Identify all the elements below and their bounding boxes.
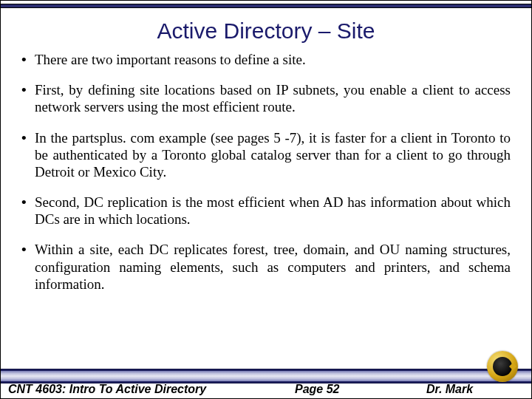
- bullet-text: In the partsplus. com example (see pages…: [35, 129, 511, 181]
- bullet-text: Second, DC replication is the most effic…: [35, 194, 511, 228]
- pegasus-icon: [493, 357, 512, 376]
- footer-page: Page 52: [295, 383, 339, 396]
- bullet-dot: •: [21, 81, 35, 115]
- slide-title: Active Directory – Site: [1, 8, 531, 51]
- footer-course: CNT 4603: Intro To Active Directory: [8, 383, 206, 396]
- slide-body: • There are two important reasons to def…: [1, 51, 531, 293]
- bullet-item: • Within a site, each DC replicates fore…: [21, 241, 511, 293]
- bullet-item: • In the partsplus. com example (see pag…: [21, 129, 511, 181]
- slide: Active Directory – Site • There are two …: [0, 0, 532, 399]
- bullet-dot: •: [21, 129, 35, 181]
- bullet-item: • Second, DC replication is the most eff…: [21, 194, 511, 228]
- footer-text: CNT 4603: Intro To Active Directory Page…: [1, 381, 531, 398]
- bullet-dot: •: [21, 241, 35, 293]
- bullet-dot: •: [21, 51, 35, 68]
- bullet-item: • There are two important reasons to def…: [21, 51, 511, 68]
- bullet-text: There are two important reasons to defin…: [35, 51, 511, 68]
- bullet-text: Within a site, each DC replicates forest…: [35, 241, 511, 293]
- bullet-item: • First, by defining site locations base…: [21, 81, 511, 115]
- footer: CNT 4603: Intro To Active Directory Page…: [1, 358, 531, 398]
- ucf-logo: [487, 351, 518, 382]
- bullet-dot: •: [21, 194, 35, 228]
- bullet-text: First, by defining site locations based …: [35, 81, 511, 115]
- footer-author: Dr. Mark: [426, 383, 473, 396]
